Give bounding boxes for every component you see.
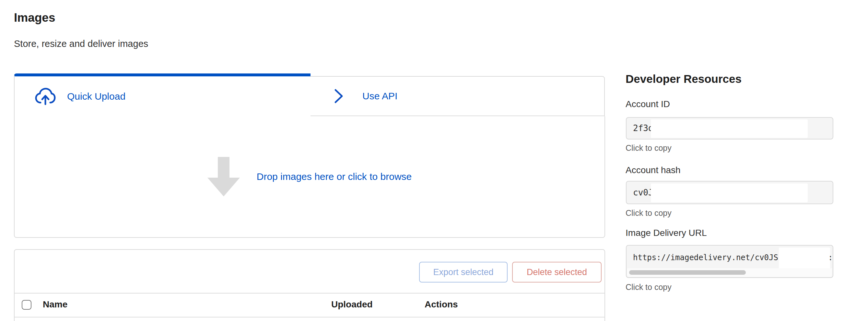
tab-quick-upload-label: Quick Upload xyxy=(67,91,125,102)
account-id-copy-hint: Click to copy xyxy=(625,143,672,153)
list-toolbar: Export selected Delete selected xyxy=(14,250,604,293)
column-header-actions: Actions xyxy=(425,299,458,310)
table-header-row: Name Uploaded Actions xyxy=(14,293,604,317)
developer-resources-title: Developer Resources xyxy=(625,72,742,85)
cloud-upload-icon xyxy=(35,87,56,106)
export-selected-button[interactable]: Export selected xyxy=(419,262,507,283)
images-dashboard-page: Images Store, resize and deliver images … xyxy=(0,0,868,321)
column-header-uploaded: Uploaded xyxy=(331,299,373,310)
upload-dropzone[interactable]: Drop images here or click to browse xyxy=(14,116,605,238)
redaction-overlay xyxy=(779,248,830,269)
column-header-name: Name xyxy=(43,299,67,310)
account-id-label: Account ID xyxy=(625,99,670,109)
page-title: Images xyxy=(14,11,55,25)
image-delivery-url-label: Image Delivery URL xyxy=(625,228,707,238)
chevron-right-icon xyxy=(333,88,344,104)
account-hash-label: Account hash xyxy=(625,165,681,175)
field-scrollbar-thumb[interactable] xyxy=(629,270,746,275)
image-delivery-url-copy-hint: Click to copy xyxy=(625,283,672,292)
account-id-field[interactable]: 2f3d xyxy=(626,117,833,139)
field-scrollbar-track xyxy=(627,268,832,277)
redaction-overlay xyxy=(651,183,808,202)
account-id-value: 2f3d xyxy=(633,118,653,139)
account-hash-field[interactable]: cv0J xyxy=(626,181,833,204)
account-hash-copy-hint: Click to copy xyxy=(625,208,672,218)
tab-quick-upload[interactable]: Quick Upload xyxy=(14,73,311,116)
select-all-checkbox[interactable] xyxy=(22,300,31,310)
tab-use-api-label: Use API xyxy=(362,91,397,102)
image-delivery-url-field[interactable]: https://imagedelivery.net/cv0JS : xyxy=(626,245,833,278)
page-subtitle: Store, resize and deliver images xyxy=(14,38,148,49)
delete-selected-button[interactable]: Delete selected xyxy=(512,262,601,283)
arrow-down-icon xyxy=(208,157,240,197)
tab-use-api[interactable]: Use API xyxy=(310,76,605,116)
redaction-overlay xyxy=(651,119,808,138)
image-delivery-url-partial-char: : xyxy=(828,246,833,270)
image-delivery-url-value: https://imagedelivery.net/cv0JS xyxy=(633,246,778,270)
account-hash-value: cv0J xyxy=(633,182,653,204)
dropzone-label: Drop images here or click to browse xyxy=(257,171,412,182)
image-list-container: Export selected Delete selected Name Upl… xyxy=(14,249,605,321)
